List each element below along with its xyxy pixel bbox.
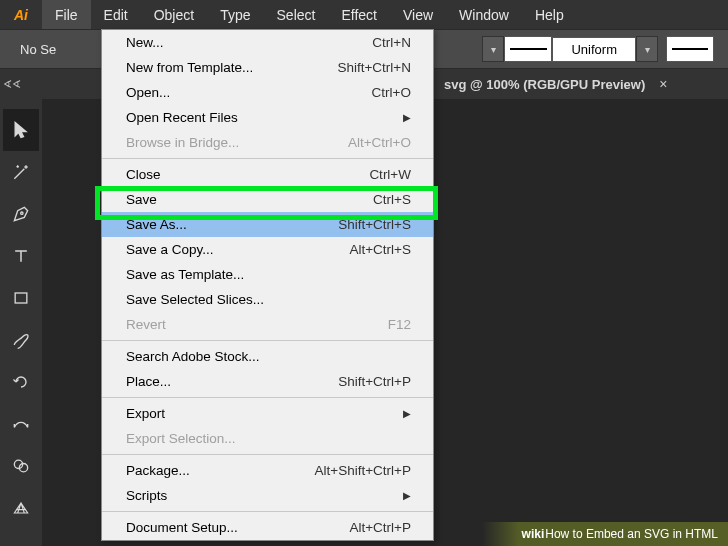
menu-item-shortcut: Alt+Shift+Ctrl+P	[315, 463, 411, 478]
menu-item-shortcut: Shift+Ctrl+N	[337, 60, 411, 75]
width-tool[interactable]	[3, 403, 39, 445]
watermark: wiki How to Embed an SVG in HTML	[482, 522, 728, 546]
menu-edit[interactable]: Edit	[91, 0, 141, 29]
menu-item-label: New...	[126, 35, 164, 50]
type-tool[interactable]	[3, 235, 39, 277]
file-menu-dropdown: New...Ctrl+NNew from Template...Shift+Ct…	[101, 29, 434, 541]
menu-item-shortcut: Ctrl+S	[373, 192, 411, 207]
menu-help[interactable]: Help	[522, 0, 577, 29]
shape-builder-tool[interactable]	[3, 445, 39, 487]
menu-item-export-selection: Export Selection...	[102, 426, 433, 451]
svg-point-0	[21, 212, 23, 214]
menu-item-document-setup[interactable]: Document Setup...Alt+Ctrl+P	[102, 515, 433, 540]
menu-object[interactable]: Object	[141, 0, 207, 29]
menu-item-shortcut: Shift+Ctrl+P	[338, 374, 411, 389]
menu-item-label: Save	[126, 192, 157, 207]
selection-tool[interactable]	[3, 109, 39, 151]
menu-file[interactable]: File	[42, 0, 91, 29]
menubar: Ai FileEditObjectTypeSelectEffectViewWin…	[0, 0, 728, 29]
menu-item-label: Revert	[126, 317, 166, 332]
document-tab-close[interactable]: ×	[659, 76, 667, 92]
stroke-dropdown-left[interactable]: ▾	[482, 36, 504, 62]
menu-item-new-from-template[interactable]: New from Template...Shift+Ctrl+N	[102, 55, 433, 80]
watermark-text: How to Embed an SVG in HTML	[545, 527, 718, 541]
menu-item-label: Save As...	[126, 217, 187, 232]
magic-wand-tool[interactable]	[3, 151, 39, 193]
rectangle-tool[interactable]	[3, 277, 39, 319]
menu-view[interactable]: View	[390, 0, 446, 29]
menu-item-label: Document Setup...	[126, 520, 238, 535]
menu-item-label: Search Adobe Stock...	[126, 349, 260, 364]
menu-item-label: Close	[126, 167, 161, 182]
menu-item-open[interactable]: Open...Ctrl+O	[102, 80, 433, 105]
menu-item-save-a-copy[interactable]: Save a Copy...Alt+Ctrl+S	[102, 237, 433, 262]
watermark-brand: wiki	[522, 527, 545, 541]
menu-separator	[102, 340, 433, 341]
menu-item-package[interactable]: Package...Alt+Shift+Ctrl+P	[102, 458, 433, 483]
submenu-arrow-icon: ▶	[403, 408, 411, 419]
menu-item-scripts[interactable]: Scripts▶	[102, 483, 433, 508]
submenu-arrow-icon: ▶	[403, 112, 411, 123]
menu-item-label: Browse in Bridge...	[126, 135, 239, 150]
menu-item-label: Save Selected Slices...	[126, 292, 264, 307]
menu-separator	[102, 397, 433, 398]
document-tab-label[interactable]: svg @ 100% (RGB/GPU Preview)	[444, 77, 645, 92]
menu-item-browse-in-bridge: Browse in Bridge...Alt+Ctrl+O	[102, 130, 433, 155]
menu-item-new[interactable]: New...Ctrl+N	[102, 30, 433, 55]
menu-item-shortcut: Alt+Ctrl+O	[348, 135, 411, 150]
menu-item-shortcut: Alt+Ctrl+S	[349, 242, 411, 257]
tools-panel	[0, 99, 42, 529]
menu-item-shortcut: F12	[388, 317, 411, 332]
perspective-grid-tool[interactable]	[3, 487, 39, 529]
menu-separator	[102, 454, 433, 455]
menu-item-label: Scripts	[126, 488, 167, 503]
menu-separator	[102, 511, 433, 512]
menu-effect[interactable]: Effect	[328, 0, 390, 29]
menu-type[interactable]: Type	[207, 0, 263, 29]
menu-item-close[interactable]: CloseCtrl+W	[102, 162, 433, 187]
paintbrush-tool[interactable]	[3, 319, 39, 361]
menu-item-shortcut: Ctrl+O	[372, 85, 411, 100]
menu-item-shortcut: Ctrl+N	[372, 35, 411, 50]
menu-item-revert: RevertF12	[102, 312, 433, 337]
brush-preview[interactable]	[666, 36, 714, 62]
menu-item-save-as-template[interactable]: Save as Template...	[102, 262, 433, 287]
menu-separator	[102, 158, 433, 159]
menu-item-place[interactable]: Place...Shift+Ctrl+P	[102, 369, 433, 394]
menu-item-label: Export Selection...	[126, 431, 236, 446]
app-icon: Ai	[0, 0, 42, 29]
menu-item-label: Save as Template...	[126, 267, 244, 282]
menu-item-save-as[interactable]: Save As...Shift+Ctrl+S	[102, 212, 433, 237]
stroke-profile-dropdown[interactable]: ▾	[636, 36, 658, 62]
menu-select[interactable]: Select	[264, 0, 329, 29]
menu-item-label: Package...	[126, 463, 190, 478]
menu-item-label: Save a Copy...	[126, 242, 214, 257]
menu-window[interactable]: Window	[446, 0, 522, 29]
menu-item-save-selected-slices[interactable]: Save Selected Slices...	[102, 287, 433, 312]
menu-item-shortcut: Alt+Ctrl+P	[349, 520, 411, 535]
submenu-arrow-icon: ▶	[403, 490, 411, 501]
menu-item-export[interactable]: Export▶	[102, 401, 433, 426]
menu-item-label: New from Template...	[126, 60, 253, 75]
stroke-uniform-group: ▾ Uniform ▾	[482, 36, 714, 62]
no-selection-label: No Se	[8, 42, 68, 57]
stroke-profile-uniform[interactable]: Uniform	[552, 37, 636, 62]
menu-item-label: Place...	[126, 374, 171, 389]
menu-item-shortcut: Ctrl+W	[369, 167, 411, 182]
stroke-preview[interactable]	[504, 36, 552, 62]
panel-reveal-icon[interactable]: ∢∢	[0, 78, 24, 91]
svg-rect-1	[15, 293, 27, 303]
menu-item-shortcut: Shift+Ctrl+S	[338, 217, 411, 232]
menu-item-label: Open...	[126, 85, 170, 100]
rotate-tool[interactable]	[3, 361, 39, 403]
menu-item-label: Export	[126, 406, 165, 421]
menu-item-label: Open Recent Files	[126, 110, 238, 125]
app-icon-label: Ai	[14, 7, 28, 23]
menu-item-open-recent-files[interactable]: Open Recent Files▶	[102, 105, 433, 130]
menu-item-search-adobe-stock[interactable]: Search Adobe Stock...	[102, 344, 433, 369]
menu-item-save[interactable]: SaveCtrl+S	[102, 187, 433, 212]
pen-tool[interactable]	[3, 193, 39, 235]
